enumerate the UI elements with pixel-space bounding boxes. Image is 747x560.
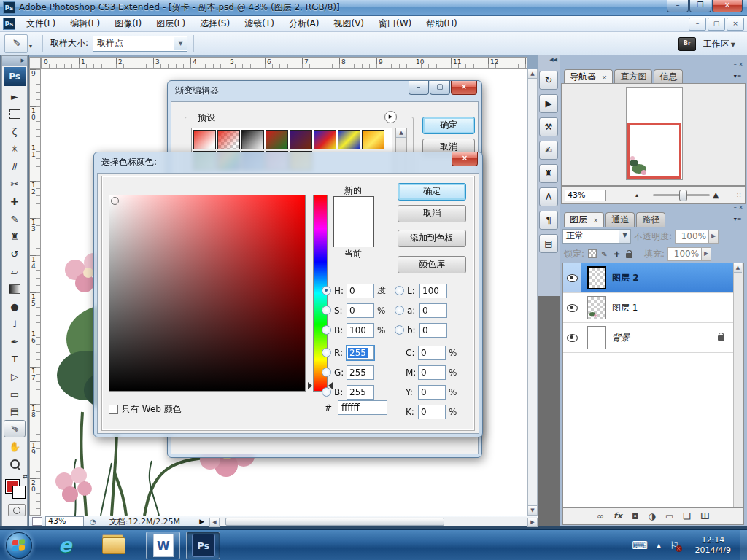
gradient-tool[interactable]	[4, 280, 26, 298]
current-tool-button[interactable]: ✐	[4, 34, 28, 53]
notes-tool[interactable]: ▤	[4, 402, 26, 420]
layer-comps-panel-button[interactable]: ▤	[539, 234, 558, 253]
dialog-maximize-button[interactable]: ▢	[430, 81, 450, 95]
clone-source-panel-button[interactable]: ♜	[539, 164, 558, 183]
color-ok-button[interactable]: 确定	[398, 183, 466, 201]
gradient-preset-red-white[interactable]	[193, 130, 216, 149]
show-hidden-icons[interactable]: ▲	[657, 542, 661, 549]
sample-size-select[interactable]: 取样点 ▼	[93, 36, 187, 52]
field-m[interactable]: 0	[418, 365, 446, 380]
layer-name[interactable]: 图层 1	[612, 302, 638, 314]
navigator-zoom-slider[interactable]	[653, 194, 710, 196]
combo-arrow-icon[interactable]: ▼	[619, 230, 630, 243]
tab-channels[interactable]: 通道	[605, 212, 635, 227]
radio-S[interactable]	[322, 306, 331, 315]
gradient-preset-orange-yellow[interactable]	[362, 130, 384, 149]
taskbar-clock[interactable]: 12:14 2014/4/9	[695, 535, 731, 556]
color-cancel-button[interactable]: 取消	[398, 205, 466, 222]
vertical-scrollbar[interactable]: ▲ ▼	[527, 69, 538, 516]
gradient-preset-blue-yellow-blue[interactable]	[338, 130, 360, 149]
history-panel-button[interactable]: ↻	[539, 71, 558, 90]
eyedropper-tool[interactable]: ✐	[4, 420, 26, 438]
radio-B[interactable]	[322, 387, 331, 397]
panel-close-button[interactable]: ×	[738, 204, 743, 211]
slice-tool[interactable]: ✂	[4, 175, 26, 192]
doc-close-button[interactable]: ×	[727, 18, 744, 31]
move-tool[interactable]: ►	[4, 88, 26, 105]
layer-row-1[interactable]: 图层 1	[563, 293, 743, 323]
layer-thumbnail[interactable]	[587, 266, 606, 289]
tab-close-icon[interactable]: ×	[593, 217, 599, 224]
color-libraries-button[interactable]: 颜色库	[398, 256, 466, 273]
menu-item-layer[interactable]: 图层(L)	[149, 16, 193, 31]
action-center-icon[interactable]: ⚐×	[670, 540, 679, 551]
field-r[interactable]: 255	[347, 346, 374, 360]
window-minimize-button[interactable]: –	[667, 0, 689, 12]
swap-colors-icon[interactable]: ⇄	[23, 473, 28, 480]
field-s[interactable]: 0	[347, 303, 374, 318]
lock-all-button[interactable]	[624, 249, 634, 259]
zoom-tool[interactable]	[4, 455, 26, 472]
zoom-out-icon[interactable]: ▴	[635, 192, 638, 198]
visibility-toggle[interactable]	[563, 293, 581, 322]
gradient-preset-red-green[interactable]	[266, 130, 288, 149]
scroll-left-icon[interactable]: ◀	[209, 518, 220, 527]
layer-thumbnail[interactable]	[587, 326, 606, 349]
fill-field[interactable]: 100%	[667, 247, 702, 261]
field-g[interactable]: 255	[347, 365, 374, 380]
radio-H[interactable]	[322, 286, 331, 295]
radio-b[interactable]	[395, 325, 404, 335]
radio-B[interactable]	[322, 325, 331, 335]
menu-item-select[interactable]: 选择(S)	[193, 16, 237, 31]
character-panel-button[interactable]: A	[539, 187, 558, 206]
scroll-up-icon[interactable]: ▲	[734, 263, 742, 273]
radio-R[interactable]	[322, 348, 331, 357]
field-h[interactable]: 0	[347, 284, 374, 298]
presets-menu-icon[interactable]: ▶	[384, 111, 397, 123]
scrollbar-thumb[interactable]	[225, 518, 444, 526]
saturation-brightness-field[interactable]	[109, 195, 306, 392]
shape-tool[interactable]: ▭	[4, 385, 26, 402]
fill-spinner-icon[interactable]: ▶	[702, 247, 711, 261]
field-a[interactable]: 0	[419, 303, 447, 318]
blend-mode-select[interactable]: 正常 ▼	[562, 229, 631, 244]
internet-explorer-icon[interactable]: e	[58, 532, 71, 559]
tab-histogram[interactable]: 直方图	[614, 69, 652, 84]
tool-dropdown-arrow[interactable]: ▴	[29, 44, 32, 50]
path-selection-tool[interactable]: ▷	[4, 368, 26, 385]
visibility-toggle[interactable]	[563, 323, 581, 352]
field-l[interactable]: 100	[419, 284, 447, 298]
crop-tool[interactable]: #	[4, 158, 26, 175]
actions-panel-button[interactable]: ▶	[539, 94, 558, 113]
gradient-preset-blue-red-yellow[interactable]	[314, 130, 336, 149]
window-close-button[interactable]: ×	[712, 0, 743, 12]
start-button[interactable]	[6, 532, 32, 559]
window-restore-button[interactable]: ❐	[689, 0, 711, 12]
tab-paths[interactable]: 路径	[636, 212, 665, 227]
tab-close-icon[interactable]: ×	[602, 74, 608, 81]
delete-layer-button[interactable]: Ш	[700, 511, 710, 521]
quick-selection-tool[interactable]: ✳	[4, 140, 26, 158]
menu-item-help[interactable]: 帮助(H)	[419, 16, 464, 31]
field-k[interactable]: 0	[418, 405, 446, 419]
taskbar-word-button[interactable]: W	[146, 532, 180, 559]
panel-menu-icon[interactable]: ▾≡	[731, 71, 744, 82]
gradient-ok-button[interactable]: 确定	[422, 117, 475, 134]
combo-arrow-icon[interactable]: ▼	[174, 37, 187, 50]
layer-row-2[interactable]: 图层 2	[563, 263, 743, 293]
menu-item-analysis[interactable]: 分析(A)	[282, 16, 327, 31]
healing-brush-tool[interactable]: ✚	[4, 192, 26, 210]
brush-tool[interactable]: ✎	[4, 210, 26, 228]
radio-a[interactable]	[395, 306, 404, 315]
dialog-minimize-button[interactable]: –	[409, 81, 429, 95]
dock-collapse-button[interactable]: ◀◀	[538, 55, 560, 66]
workspace-dropdown-icon[interactable]: ▼	[731, 42, 735, 48]
slider-knob[interactable]	[679, 190, 687, 201]
hue-marker-left[interactable]	[308, 382, 312, 389]
radio-L[interactable]	[395, 286, 404, 295]
explorer-icon[interactable]	[102, 537, 125, 554]
quick-mask-button[interactable]	[8, 504, 26, 516]
field-b[interactable]: 0	[419, 323, 447, 338]
visibility-toggle[interactable]	[563, 263, 581, 292]
history-brush-tool[interactable]: ↺	[4, 245, 26, 262]
